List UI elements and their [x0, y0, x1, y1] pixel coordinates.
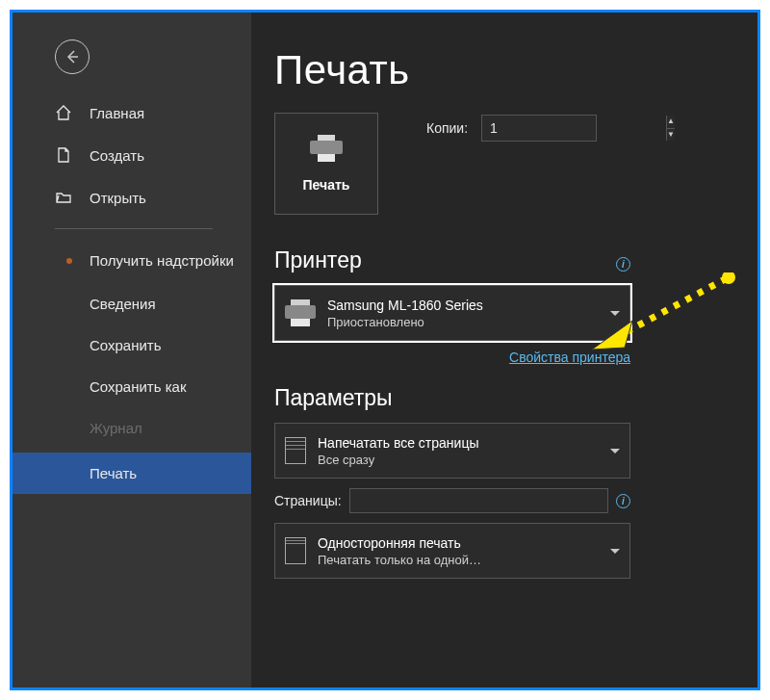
nav-label: Получить надстройки	[90, 251, 234, 271]
nav-label: Печать	[90, 465, 137, 481]
info-icon[interactable]: i	[616, 494, 630, 508]
duplex-icon	[285, 537, 306, 564]
nav-label: Создать	[90, 147, 144, 164]
arrow-left-icon	[64, 49, 80, 65]
info-icon[interactable]: i	[616, 257, 630, 272]
copies-down-button[interactable]: ▼	[666, 129, 675, 142]
print-range-line2: Все сразу	[318, 453, 599, 467]
printer-name: Samsung ML-1860 Series	[327, 298, 599, 313]
params-section-title: Параметры	[274, 385, 734, 411]
printer-section-title: Принтер	[274, 247, 362, 273]
nav-save-as[interactable]: Сохранить как	[13, 366, 251, 407]
nav-save[interactable]: Сохранить	[13, 324, 251, 366]
nav-home[interactable]: Главная	[13, 91, 251, 134]
print-range-line1: Напечатать все страницы	[318, 435, 599, 451]
nav-open[interactable]: Открыть	[13, 176, 251, 219]
pages-input[interactable]	[349, 488, 608, 513]
nav-label: Сведения	[90, 296, 156, 312]
print-button[interactable]: Печать	[274, 113, 378, 215]
home-icon	[55, 104, 72, 121]
pages-icon	[285, 437, 306, 464]
printer-properties-link[interactable]: Свойства принтера	[509, 350, 630, 365]
duplex-select[interactable]: Односторонняя печать Печатать только на …	[274, 523, 630, 579]
printer-status: Приостановлено	[327, 315, 599, 329]
copies-up-button[interactable]: ▲	[666, 116, 675, 129]
printer-select[interactable]: Samsung ML-1860 Series Приостановлено	[274, 285, 630, 341]
nav-label: Главная	[90, 105, 144, 121]
duplex-line2: Печатать только на одной…	[318, 553, 599, 567]
nav-info[interactable]: Сведения	[13, 283, 251, 324]
nav-print[interactable]: Печать	[13, 453, 251, 494]
page-title: Печать	[274, 47, 734, 93]
nav-addins[interactable]: Получить надстройки	[13, 239, 251, 283]
chevron-down-icon	[610, 311, 620, 316]
printer-icon	[285, 299, 316, 326]
folder-open-icon	[55, 189, 72, 206]
printer-icon	[310, 135, 343, 162]
nav-label: Открыть	[90, 190, 146, 206]
nav-label: Сохранить как	[90, 378, 187, 395]
new-doc-icon	[55, 146, 72, 164]
duplex-line1: Односторонняя печать	[318, 535, 599, 551]
backstage-sidebar: Главная Создать Открыть Получить надстро…	[13, 13, 251, 687]
chevron-down-icon	[610, 549, 620, 554]
copies-input[interactable]	[482, 116, 666, 141]
main-panel: Печать Печать Копии: ▲ ▼ Принтер i	[251, 13, 757, 687]
back-button[interactable]	[55, 39, 90, 74]
nav-label: Журнал	[90, 420, 142, 436]
pages-label: Страницы:	[274, 493, 342, 508]
nav-history[interactable]: Журнал	[13, 407, 251, 449]
copies-label: Копии:	[426, 120, 468, 136]
chevron-down-icon	[610, 449, 620, 454]
nav-divider	[55, 228, 213, 229]
nav-label: Сохранить	[90, 337, 162, 353]
nav-new[interactable]: Создать	[13, 134, 251, 176]
copies-stepper[interactable]: ▲ ▼	[481, 115, 597, 142]
print-button-label: Печать	[303, 177, 350, 193]
print-range-select[interactable]: Напечатать все страницы Все сразу	[274, 423, 630, 479]
